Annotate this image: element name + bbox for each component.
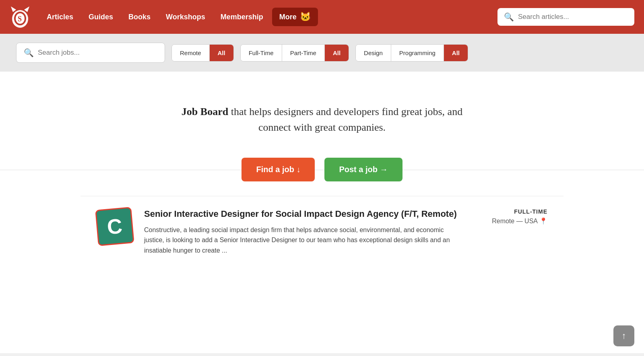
- company-logo-letter: C: [106, 214, 124, 239]
- nav-links: Articles Guides Books Workshops Membersh…: [40, 8, 497, 26]
- job-search-icon: 🔍: [24, 48, 34, 58]
- location-text: Remote — USA: [492, 218, 538, 225]
- nav-books[interactable]: Books: [122, 9, 157, 25]
- nav-articles[interactable]: Articles: [40, 9, 80, 25]
- company-logo: C: [95, 207, 134, 246]
- nav-guides[interactable]: Guides: [82, 9, 120, 25]
- filter-fulltime[interactable]: Full-Time: [241, 45, 282, 61]
- scroll-top-button[interactable]: ↑: [613, 325, 634, 346]
- job-meta: FULL-TIME Remote — USA 📍: [475, 208, 547, 225]
- find-job-button[interactable]: Find a job ↓: [242, 158, 315, 181]
- filter-remote[interactable]: Remote: [172, 45, 210, 61]
- filter-time-all[interactable]: All: [325, 45, 349, 61]
- job-location: Remote — USA 📍: [475, 217, 547, 225]
- remote-filter-group: Remote All: [171, 44, 234, 62]
- filter-category-all[interactable]: All: [444, 45, 468, 61]
- job-search-wrap: 🔍: [16, 43, 165, 63]
- site-logo[interactable]: S: [10, 5, 31, 29]
- time-filter-group: Full-Time Part-Time All: [240, 44, 349, 62]
- nav-membership[interactable]: Membership: [214, 9, 270, 25]
- hero-rest: that helps designers and developers find…: [228, 106, 462, 133]
- navbar: S Articles Guides Books Workshops Member…: [0, 0, 644, 34]
- hero-text: Job Board that helps designers and devel…: [169, 104, 475, 135]
- job-details: Senior Interactive Designer for Social I…: [144, 208, 464, 255]
- svg-marker-5: [24, 6, 29, 12]
- job-title[interactable]: Senior Interactive Designer for Social I…: [144, 208, 464, 220]
- search-icon: 🔍: [504, 12, 514, 22]
- job-type: FULL-TIME: [475, 208, 547, 215]
- svg-marker-4: [11, 6, 16, 12]
- category-filter-group: Design Programming All: [355, 44, 468, 62]
- cta-buttons: Find a job ↓ Post a job →: [0, 158, 644, 181]
- more-label: More: [279, 13, 297, 21]
- filters-bar: 🔍 Remote All Full-Time Part-Time All Des…: [0, 34, 644, 72]
- main-content: Job Board that helps designers and devel…: [0, 72, 644, 353]
- location-pin-icon: 📍: [539, 217, 547, 225]
- hero-section: Job Board that helps designers and devel…: [161, 88, 483, 143]
- search-input-nav[interactable]: [518, 13, 628, 21]
- cat-icon: 🐱: [300, 12, 311, 22]
- job-description: Constructive, a leading social impact de…: [144, 225, 464, 256]
- nav-workshops[interactable]: Workshops: [159, 9, 212, 25]
- nav-search: 🔍: [497, 8, 634, 26]
- filter-programming[interactable]: Programming: [391, 45, 444, 61]
- job-search-input[interactable]: [38, 49, 157, 57]
- nav-more[interactable]: More 🐱: [272, 8, 318, 26]
- hero-bold: Job Board: [182, 106, 228, 117]
- filter-parttime[interactable]: Part-Time: [282, 45, 325, 61]
- filter-remote-all[interactable]: All: [210, 45, 233, 61]
- scroll-top-icon: ↑: [622, 331, 626, 341]
- svg-text:S: S: [18, 15, 22, 23]
- post-job-button[interactable]: Post a job →: [324, 158, 402, 181]
- job-listing: C Senior Interactive Designer for Social…: [80, 196, 564, 268]
- filter-design[interactable]: Design: [356, 45, 391, 61]
